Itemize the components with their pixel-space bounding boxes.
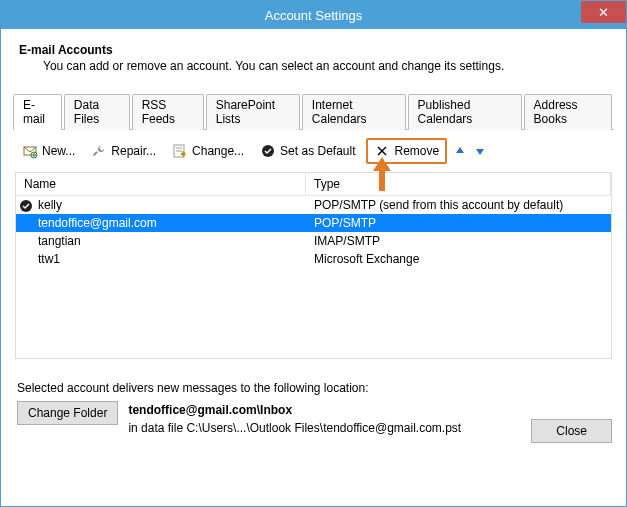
tabs: E-mailData FilesRSS FeedsSharePoint List… <box>13 93 614 130</box>
svg-marker-12 <box>476 149 484 155</box>
tab-internet-calendars[interactable]: Internet Calendars <box>302 94 406 130</box>
account-list: Name Type kellyPOP/SMTP (send from this … <box>15 172 612 359</box>
account-name: tangtian <box>16 234 306 248</box>
check-circle-icon <box>260 143 276 159</box>
change-folder-button[interactable]: Change Folder <box>17 401 118 425</box>
list-body: kellyPOP/SMTP (send from this account by… <box>16 196 611 358</box>
tab-rss-feeds[interactable]: RSS Feeds <box>132 94 204 130</box>
account-row[interactable]: tangtianIMAP/SMTP <box>16 232 611 250</box>
column-header-type[interactable]: Type <box>306 173 611 195</box>
tab-address-books[interactable]: Address Books <box>524 94 612 130</box>
account-type: POP/SMTP (send from this account by defa… <box>306 198 611 212</box>
change-icon <box>172 143 188 159</box>
new-button[interactable]: New... <box>17 140 80 162</box>
tab-e-mail[interactable]: E-mail <box>13 94 62 130</box>
delivery-path: tendoffice@gmail.com\Inbox <box>128 401 461 419</box>
delivery-info: tendoffice@gmail.com\Inbox in data file … <box>128 401 461 437</box>
window-close-button[interactable]: ✕ <box>581 1 626 23</box>
account-type: Microsoft Exchange <box>306 252 611 266</box>
tab-data-files[interactable]: Data Files <box>64 94 130 130</box>
svg-marker-11 <box>456 147 464 153</box>
move-up-button[interactable] <box>453 144 467 158</box>
set-default-label: Set as Default <box>280 144 355 158</box>
titlebar: Account Settings ✕ <box>1 1 626 29</box>
callout-arrow-icon <box>371 157 393 194</box>
tab-published-calendars[interactable]: Published Calendars <box>408 94 522 130</box>
column-header-name[interactable]: Name <box>16 173 306 195</box>
window-title: Account Settings <box>265 8 363 23</box>
account-name: ttw1 <box>16 252 306 266</box>
new-label: New... <box>42 144 75 158</box>
repair-icon <box>91 143 107 159</box>
delivery-file: in data file C:\Users\...\Outlook Files\… <box>128 419 461 437</box>
repair-label: Repair... <box>111 144 156 158</box>
tab-sharepoint-lists[interactable]: SharePoint Lists <box>206 94 300 130</box>
svg-rect-4 <box>93 151 98 156</box>
toolbar: New... Repair... Change... Set as Defaul… <box>13 130 614 172</box>
remove-label: Remove <box>394 144 439 158</box>
close-icon: ✕ <box>598 5 609 20</box>
new-icon <box>22 143 38 159</box>
header-description: You can add or remove an account. You ca… <box>19 59 608 73</box>
account-row[interactable]: tendoffice@gmail.comPOP/SMTP <box>16 214 611 232</box>
header-block: E-mail Accounts You can add or remove an… <box>13 39 614 87</box>
account-name: tendoffice@gmail.com <box>16 216 306 230</box>
account-type: IMAP/SMTP <box>306 234 611 248</box>
header-title: E-mail Accounts <box>19 43 608 57</box>
default-check-icon <box>19 199 33 213</box>
account-name: kelly <box>16 198 306 212</box>
account-type: POP/SMTP <box>306 216 611 230</box>
delivery-intro: Selected account delivers new messages t… <box>17 381 610 395</box>
close-button[interactable]: Close <box>531 419 612 443</box>
list-header: Name Type <box>16 173 611 196</box>
account-row[interactable]: kellyPOP/SMTP (send from this account by… <box>16 196 611 214</box>
change-button[interactable]: Change... <box>167 140 249 162</box>
set-default-button[interactable]: Set as Default <box>255 140 360 162</box>
account-row[interactable]: ttw1Microsoft Exchange <box>16 250 611 268</box>
repair-button[interactable]: Repair... <box>86 140 161 162</box>
change-label: Change... <box>192 144 244 158</box>
move-down-button[interactable] <box>473 144 487 158</box>
svg-marker-13 <box>373 157 391 191</box>
